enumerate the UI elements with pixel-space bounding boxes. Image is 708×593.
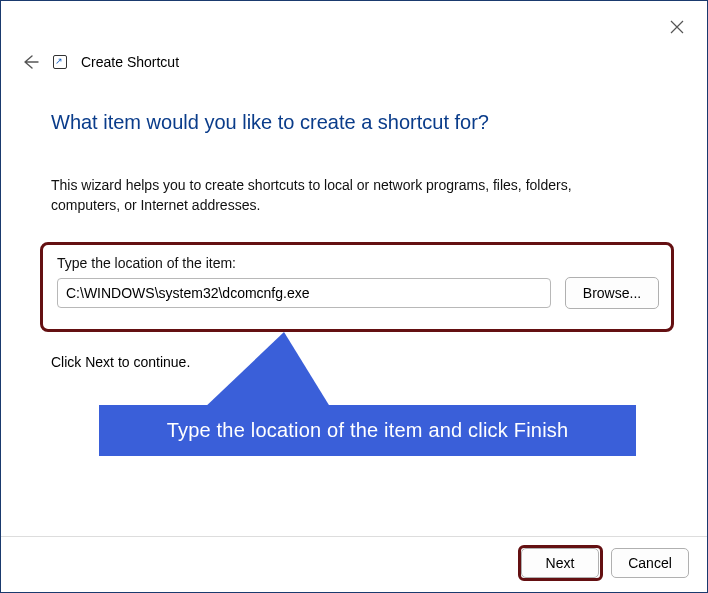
wizard-description: This wizard helps you to create shortcut… xyxy=(51,175,611,216)
header: Create Shortcut xyxy=(21,53,179,71)
location-label: Type the location of the item: xyxy=(57,255,659,271)
footer-separator xyxy=(1,536,707,537)
cancel-button[interactable]: Cancel xyxy=(611,548,689,578)
shortcut-icon xyxy=(53,55,67,69)
back-arrow-icon[interactable] xyxy=(21,53,39,71)
location-row: Browse... xyxy=(57,277,659,309)
callout-arrow-shape xyxy=(202,332,332,410)
main-heading: What item would you like to create a sho… xyxy=(51,111,489,134)
window-title: Create Shortcut xyxy=(81,54,179,70)
svg-marker-0 xyxy=(202,332,332,410)
close-icon[interactable] xyxy=(669,19,685,35)
next-button[interactable]: Next xyxy=(521,548,599,578)
annotation-callout: Type the location of the item and click … xyxy=(99,405,636,456)
browse-button[interactable]: Browse... xyxy=(565,277,659,309)
location-input[interactable] xyxy=(57,278,551,308)
location-highlight: Type the location of the item: Browse... xyxy=(40,242,674,332)
continue-hint: Click Next to continue. xyxy=(51,354,190,370)
footer-buttons: Next Cancel xyxy=(521,548,689,578)
